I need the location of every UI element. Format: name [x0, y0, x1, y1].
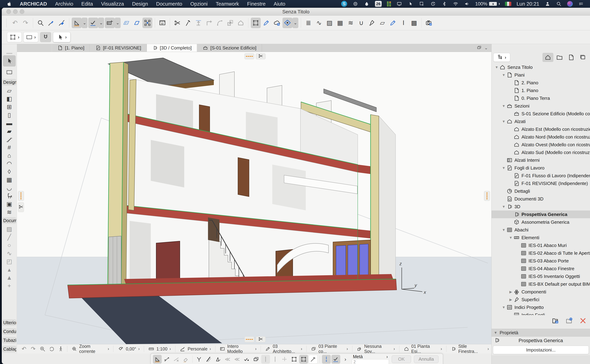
menu-design[interactable]: Design [132, 1, 148, 7]
tree-item-alzati[interactable]: ▼Alzati [492, 117, 590, 125]
time-machine-icon[interactable] [430, 1, 436, 7]
snap-vertical-button[interactable] [261, 355, 270, 364]
notification-center-icon[interactable] [578, 1, 584, 7]
cancel-button[interactable]: Annulla [414, 355, 439, 363]
coordinates-xy-dropdown[interactable]: ⌄ [115, 18, 121, 28]
new-folder-button[interactable] [565, 316, 574, 325]
pen-control[interactable]: 03 Architetto...› [262, 345, 305, 353]
toolbox-section-condutt[interactable]: Condutt [2, 328, 16, 335]
3d-viewport[interactable]: z y x [17, 52, 491, 344]
tree-item-alzato-ovest-modello-con-ricostruzione[interactable]: Alzato Ovest (Modello con ricostruzione [492, 141, 590, 149]
tree-item-ies-04-abaco-finestre[interactable]: IES-04 Abaco Finestre [492, 265, 590, 273]
tool-elevation[interactable]: ▲ [3, 273, 16, 282]
remove-guides-button[interactable] [172, 355, 181, 364]
bounding-box-3d-button[interactable] [299, 355, 308, 364]
menu-archivio[interactable]: Archivio [55, 1, 73, 7]
guide-line-button[interactable] [244, 336, 254, 342]
favorites-button[interactable]: ▱ [377, 18, 387, 28]
snap-fraction-value[interactable]: 2 [352, 359, 389, 364]
tool-skylight[interactable]: ◊ [3, 168, 16, 176]
measure-button[interactable]: 12 [157, 18, 167, 28]
tool-beam[interactable]: ▬ [3, 119, 16, 127]
guide-line-button[interactable] [244, 53, 254, 59]
toolbox-section-design[interactable]: Design [2, 79, 16, 85]
project-map-button[interactable] [543, 53, 553, 62]
3d-cutaway-button[interactable] [282, 18, 292, 28]
layer-combination-control[interactable]: 03 Piante co...› [308, 345, 350, 353]
tab--f-01-revisione-[interactable]: [F-01 REVISIONE] [90, 44, 147, 52]
tool-mesh[interactable]: ≋ [3, 208, 16, 216]
tree-item-documenti-3d[interactable]: Documenti 3D [492, 195, 590, 203]
guide-cut-button[interactable] [256, 53, 266, 59]
guide-line-button[interactable] [18, 191, 24, 201]
snap-bisector-button[interactable] [195, 355, 203, 364]
tree-item-superfici[interactable]: ▶Superfici [492, 296, 590, 303]
snap-points-toggle-button[interactable] [331, 355, 340, 364]
view-preset-control[interactable]: 01 Pianta Esi...› [401, 345, 445, 353]
siri-icon[interactable] [567, 1, 573, 7]
tree-item-ies-02-abaco-di-tutte-le-aperture[interactable]: IES-02 Abaco di Tutte le Aperture [492, 249, 590, 257]
tree-item-ies-03-abaco-porte[interactable]: IES-03 Abaco Porte [492, 257, 590, 265]
tree-item-piani[interactable]: ▼Piani [492, 71, 590, 79]
fills-button[interactable]: ▨ [325, 18, 334, 28]
fillet-button[interactable] [215, 18, 224, 28]
tree-item-sezioni[interactable]: ▼Sezioni [492, 102, 590, 110]
tree-item-ies-bx-default-per-output-bimx[interactable]: IES-BX Default per output BIMx [492, 280, 590, 288]
app-status-icon[interactable] [352, 1, 358, 7]
snap-guides-dropdown[interactable]: ⌄ [98, 18, 104, 28]
volume-icon[interactable] [464, 1, 470, 7]
magic-wand-button[interactable] [309, 355, 318, 364]
selection-arrow-button[interactable]: › [53, 32, 71, 42]
node-editing-button[interactable] [143, 18, 152, 28]
tree-item-indici-progetto[interactable]: ▼Indici Progetto [492, 303, 590, 311]
publisher-sets-button[interactable] [577, 53, 588, 62]
toolbox-section-cablagg[interactable]: Cablagg [2, 346, 16, 352]
tool-door[interactable]: ◧ [3, 95, 16, 103]
transform-button[interactable] [251, 18, 261, 28]
redo-button[interactable]: ↷ [21, 18, 31, 28]
back-button[interactable]: ↶ [19, 345, 28, 353]
guide-setsquare-button[interactable] [153, 355, 162, 364]
expand-triangle-icon[interactable]: ▼ [501, 306, 506, 309]
rotation-control[interactable]: 0,00°› [115, 345, 142, 353]
renovation-filter-control[interactable]: Nessuna Sov...› [354, 345, 398, 353]
search-icon[interactable] [556, 1, 562, 7]
tab--s-01-sezione-edificio-[interactable]: [S-01 Sezione Edificio] [197, 44, 262, 52]
tool-circle[interactable]: ○ [3, 241, 16, 249]
surface-painter-button[interactable] [388, 18, 398, 28]
expand-triangle-icon[interactable]: ▼ [501, 73, 506, 77]
find-select-button[interactable] [36, 18, 46, 28]
layout-book-button[interactable] [566, 53, 577, 62]
tool-fill[interactable]: ▨ [3, 225, 16, 233]
tree-item-2-piano[interactable]: 2. Piano [492, 79, 590, 87]
view-map-button[interactable] [554, 53, 565, 62]
app-drop-icon[interactable] [364, 1, 370, 7]
user-icon[interactable] [544, 1, 551, 7]
keyboard-flag-icon[interactable] [505, 2, 511, 6]
tool-marquee[interactable] [3, 66, 16, 78]
tree-item-componenti[interactable]: ▶Componenti [492, 288, 590, 296]
tree-item-f-01-flusso-di-lavoro-indipendente-[interactable]: F-01 Flusso di Lavoro (Indipendente) [492, 172, 590, 180]
properties-header[interactable]: ▼ Proprietà [492, 329, 590, 337]
pickup-parameters-button[interactable] [46, 18, 56, 28]
expand-triangle-icon[interactable]: ▼ [501, 166, 506, 170]
tree-item-senza-titolo[interactable]: ▼Senza Titolo [492, 63, 590, 71]
apple-icon[interactable] [7, 1, 12, 6]
tab-overflow-chevron[interactable]: ⌄ [484, 46, 488, 50]
menu-opzioni[interactable]: Opzioni [190, 1, 208, 7]
more-snap-button[interactable]: › [341, 355, 350, 364]
tool-window[interactable]: ⊞ [3, 103, 16, 111]
tool-zone[interactable]: ▣ [3, 200, 16, 208]
tool-column[interactable]: ▯ [3, 111, 16, 119]
tree-item-abachi[interactable]: ▼Abachi [492, 226, 590, 234]
guide-lines-button[interactable] [72, 18, 82, 28]
guide-lines-dropdown[interactable]: ⌄ [82, 18, 87, 28]
menu-clock[interactable]: Lun 20:21 [517, 1, 539, 7]
menu-aiuto[interactable]: Aiuto [274, 1, 285, 7]
collapse-triangle-icon[interactable]: ▶ [508, 298, 513, 302]
marquee-select-button[interactable]: › [23, 32, 38, 42]
snap-surface-button[interactable] [252, 355, 261, 364]
drag-transform-button[interactable]: › [7, 32, 22, 42]
expand-triangle-icon[interactable]: ▼ [501, 205, 506, 209]
snap-fraction-control[interactable]: Metà › 2 [352, 354, 389, 364]
